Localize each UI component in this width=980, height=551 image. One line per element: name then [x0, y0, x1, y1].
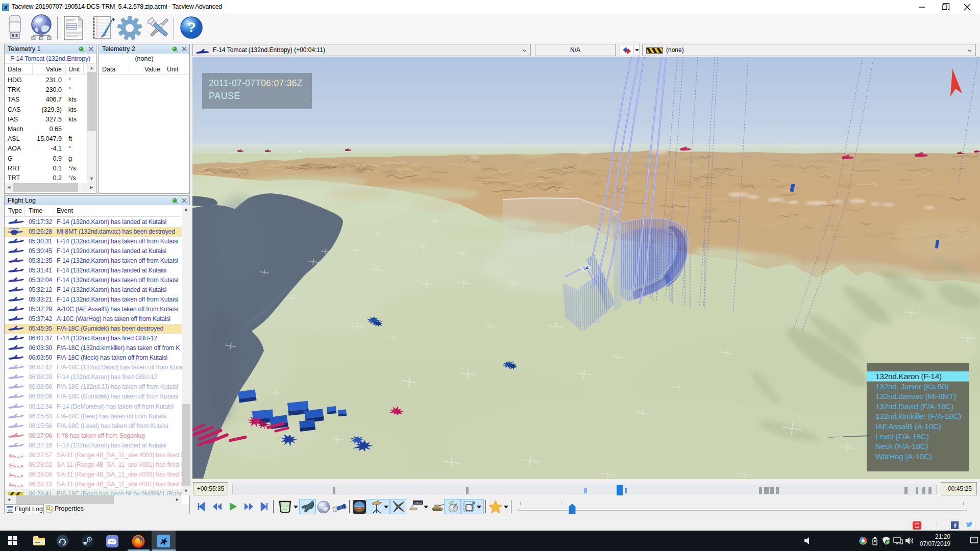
svg-text:WarHog (A-10C): WarHog (A-10C) [875, 452, 932, 461]
svg-text:2011-07-07T06:07:36Z: 2011-07-07T06:07:36Z [209, 78, 303, 88]
svg-text:Level (F/A-18C): Level (F/A-18C) [875, 432, 929, 441]
svg-text:PAUSE: PAUSE [209, 91, 240, 101]
svg-text:Neck (F/A-18C): Neck (F/A-18C) [875, 442, 928, 450]
svg-text:132nd.kimkiller (F/A-18C): 132nd.kimkiller (F/A-18C) [875, 412, 961, 420]
svg-text:IAF.AssafB (A-10C): IAF.AssafB (A-10C) [875, 422, 941, 431]
svg-text:?: ? [187, 19, 195, 35]
svg-text:132nd.Karon (F-14): 132nd.Karon (F-14) [875, 372, 942, 381]
svg-text:132nd.David (F/A-18C): 132nd.David (F/A-18C) [875, 402, 953, 411]
svg-text:132nd: 132nd [414, 502, 422, 505]
svg-text:132nd. Junior (Ka-50): 132nd. Junior (Ka-50) [875, 382, 949, 391]
svg-text:132nd.danvac (Mi-8MT): 132nd.danvac (Mi-8MT) [875, 392, 956, 400]
